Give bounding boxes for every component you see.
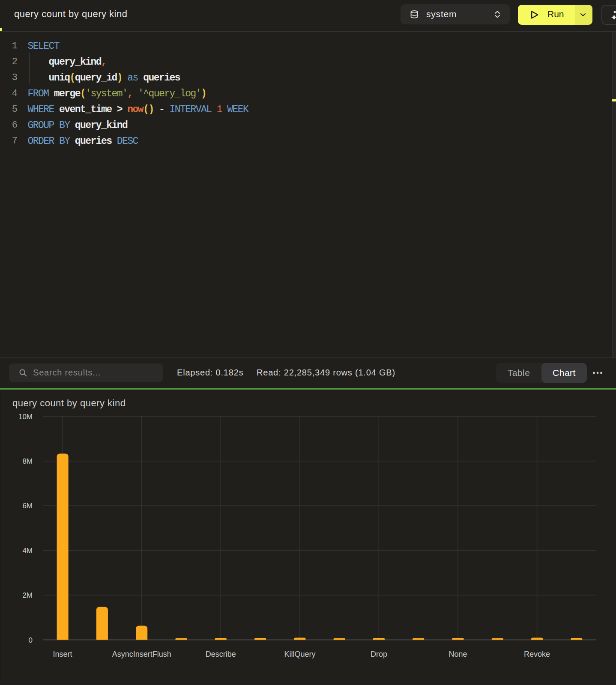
svg-text:Revoke: Revoke [524, 650, 550, 658]
svg-text:query count by query kind: query count by query kind [12, 398, 126, 408]
svg-text:10M: 10M [18, 413, 33, 421]
svg-text:None: None [449, 650, 467, 658]
svg-text:8M: 8M [22, 457, 33, 465]
svg-text:0: 0 [29, 636, 33, 644]
svg-text:KillQuery: KillQuery [284, 650, 315, 658]
svg-text:Drop: Drop [371, 650, 387, 658]
svg-text:AsyncInsertFlush: AsyncInsertFlush [112, 650, 171, 658]
svg-text:Insert: Insert [53, 650, 72, 658]
svg-text:6M: 6M [22, 502, 33, 510]
svg-text:4M: 4M [22, 547, 33, 555]
svg-text:2M: 2M [22, 591, 33, 599]
svg-text:Describe: Describe [206, 650, 236, 658]
